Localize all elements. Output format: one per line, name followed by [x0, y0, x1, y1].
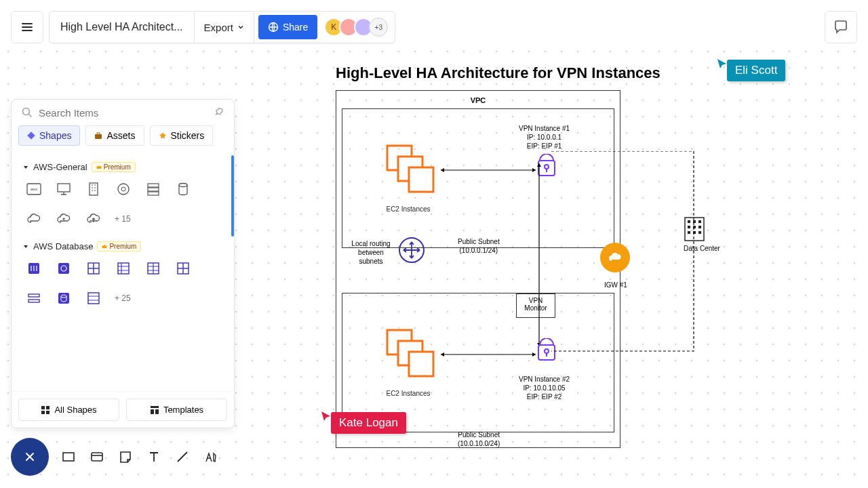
svg-rect-39: [409, 167, 433, 192]
svg-rect-23: [28, 294, 39, 297]
topbar: High Level HA Architect... Export Share …: [11, 11, 395, 43]
cursor-kate-label: Kate Logan: [331, 412, 406, 434]
close-tools-button[interactable]: [11, 438, 49, 476]
svg-rect-4: [97, 133, 100, 135]
svg-point-1: [23, 108, 30, 115]
svg-rect-36: [92, 453, 102, 461]
menu-button[interactable]: [11, 11, 43, 43]
vpn-instance-1-text: VPN Instance #1IP: 10.0.0.1EIP: EIP #1: [519, 124, 570, 150]
pen-tool[interactable]: [202, 448, 220, 466]
shapes-icon: [41, 405, 50, 415]
share-button[interactable]: Share: [258, 15, 317, 39]
db-icon-5[interactable]: [144, 260, 162, 277]
diagram-canvas[interactable]: High-Level HA Architecture for VPN Insta…: [336, 64, 810, 448]
svg-rect-33: [151, 409, 154, 414]
cloud-icon[interactable]: [25, 210, 43, 228]
text-tool[interactable]: [145, 448, 163, 466]
comment-button[interactable]: [825, 11, 857, 43]
crown-icon: [102, 244, 107, 249]
routing-icon[interactable]: [398, 237, 425, 264]
db-icon-7[interactable]: [25, 289, 43, 307]
pill-shapes[interactable]: Shapes: [18, 125, 80, 146]
svg-rect-31: [46, 411, 50, 414]
category-pills: Shapes Assets Stickers: [12, 125, 234, 151]
note-tool[interactable]: [117, 448, 134, 466]
svg-rect-35: [63, 453, 74, 461]
cat2-more[interactable]: + 25: [115, 293, 131, 303]
pill-assets-label: Assets: [106, 130, 135, 141]
title-export-group: High Level HA Architect... Export Share …: [49, 11, 395, 43]
cloud-fill-icon[interactable]: [55, 210, 73, 228]
disc-icon[interactable]: [115, 180, 132, 198]
avatar-more[interactable]: +3: [369, 18, 388, 37]
category-aws-database[interactable]: AWS Database Premium: [18, 235, 227, 256]
db-icon-9[interactable]: [85, 289, 102, 307]
svg-rect-45: [409, 352, 433, 376]
svg-rect-32: [151, 406, 159, 408]
pin-icon[interactable]: [212, 105, 227, 121]
export-label: Export: [204, 22, 233, 33]
chevron-down-icon: [22, 243, 29, 250]
ec2-stack-icon: [384, 327, 439, 382]
db-icon-1[interactable]: [25, 260, 43, 277]
cat2-name: AWS Database: [33, 241, 93, 251]
ec2-instances-1[interactable]: [384, 143, 439, 197]
db-icon-3[interactable]: [85, 260, 102, 277]
line-tool[interactable]: [174, 448, 191, 466]
ec2-label-1: EC2 Instances: [378, 205, 439, 213]
svg-rect-13: [148, 192, 159, 195]
avatar-group[interactable]: K +3: [321, 18, 395, 37]
rectangle-tool[interactable]: [60, 448, 77, 466]
svg-point-9: [118, 184, 129, 195]
db-icon-4[interactable]: [115, 260, 132, 277]
comment-icon: [833, 20, 848, 35]
ec2-instances-2[interactable]: [384, 327, 439, 382]
server-icon[interactable]: [144, 180, 162, 198]
svg-rect-27: [88, 293, 99, 304]
aws-database-icons: + 25: [18, 256, 227, 314]
aws-logo-icon[interactable]: aws: [25, 180, 43, 198]
vpc-label: VPC: [342, 95, 614, 108]
vpn-instance-2-text: VPN Instance #2IP: 10.0.10.05EIP: EIP #2: [519, 375, 570, 401]
crown-icon: [96, 165, 102, 170]
search-icon: [21, 106, 33, 119]
cat1-more[interactable]: + 15: [115, 214, 131, 224]
bottom-toolbar: [11, 438, 220, 476]
templates-button[interactable]: Templates: [126, 399, 227, 421]
cursor-eli-label: Eli Scott: [727, 60, 785, 81]
search-input[interactable]: [39, 107, 208, 119]
db-icon-8[interactable]: [55, 289, 73, 307]
diamond-icon: [27, 131, 35, 140]
db-icon-2[interactable]: [55, 260, 73, 277]
document-title[interactable]: High Level HA Architect...: [50, 12, 195, 43]
cursor-eli: Eli Scott: [716, 60, 785, 81]
cylinder-icon[interactable]: [174, 180, 192, 198]
connector-1: [437, 167, 539, 173]
cursor-kate: Kate Logan: [320, 412, 406, 434]
shapes-panel: Shapes Assets Stickers AWS-General Premi…: [11, 99, 235, 428]
svg-rect-25: [58, 293, 69, 304]
svg-rect-20: [118, 263, 129, 274]
category-list[interactable]: AWS-General Premium aws + 15 AWS Databas…: [12, 151, 234, 391]
db-icon-6[interactable]: [174, 260, 192, 277]
pill-assets[interactable]: Assets: [85, 125, 144, 146]
ec2-label-2: EC2 Instances: [378, 390, 439, 397]
star-icon: [159, 131, 167, 140]
cat1-name: AWS-General: [33, 162, 87, 172]
monitor-icon[interactable]: [55, 180, 73, 198]
category-aws-general[interactable]: AWS-General Premium: [18, 155, 227, 176]
cloud-upload-icon[interactable]: [85, 210, 102, 228]
svg-point-47: [545, 349, 549, 353]
chevron-down-icon: [22, 164, 29, 171]
templates-icon: [150, 405, 159, 415]
card-tool[interactable]: [88, 448, 106, 466]
svg-text:aws: aws: [31, 187, 38, 191]
svg-point-41: [545, 165, 549, 169]
hamburger-icon: [20, 20, 34, 34]
pill-stickers[interactable]: Stickers: [150, 125, 214, 146]
building-icon[interactable]: [85, 180, 102, 198]
export-button[interactable]: Export: [195, 12, 254, 43]
svg-rect-29: [46, 406, 50, 409]
pill-stickers-label: Stickers: [171, 130, 205, 141]
all-shapes-button[interactable]: All Shapes: [18, 399, 119, 421]
